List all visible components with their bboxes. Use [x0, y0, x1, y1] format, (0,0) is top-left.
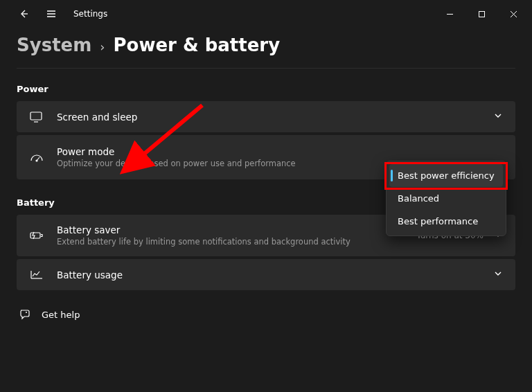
minimize-icon: [446, 10, 454, 18]
row-subtitle: Extend battery life by limiting some not…: [57, 237, 351, 247]
svg-rect-1: [30, 112, 42, 120]
svg-point-4: [26, 312, 27, 313]
chevron-down-icon: [493, 111, 503, 123]
get-help-link[interactable]: Get help: [17, 308, 515, 321]
chevron-down-icon: [493, 269, 503, 280]
dropdown-option-best-power-efficiency[interactable]: Best power efficiency: [389, 164, 503, 187]
chart-line-icon: [29, 270, 44, 280]
menu-button[interactable]: [39, 1, 64, 26]
dropdown-option-label: Balanced: [398, 193, 439, 204]
close-button[interactable]: [497, 0, 529, 28]
row-subtitle: Optimize your device based on power use …: [57, 159, 296, 168]
hamburger-icon: [46, 8, 57, 19]
svg-rect-0: [479, 11, 484, 17]
svg-point-2: [36, 160, 37, 161]
arrow-left-icon: [18, 8, 29, 19]
maximize-button[interactable]: [466, 0, 497, 28]
help-icon: [18, 308, 32, 321]
row-title: Screen and sleep: [57, 112, 137, 123]
dropdown-option-balanced[interactable]: Balanced: [389, 187, 503, 210]
row-title: Power mode: [57, 146, 296, 157]
window-controls: [434, 0, 529, 28]
monitor-icon: [29, 112, 44, 123]
maximize-icon: [478, 10, 486, 18]
power-mode-dropdown: Best power efficiency Balanced Best perf…: [386, 161, 506, 236]
dropdown-option-label: Best power efficiency: [398, 170, 495, 181]
gauge-icon: [29, 152, 44, 163]
breadcrumb-parent[interactable]: System: [17, 35, 91, 55]
row-title: Battery saver: [57, 224, 351, 235]
svg-rect-3: [30, 233, 40, 238]
row-title: Battery usage: [57, 269, 123, 280]
page-title: Power & battery: [114, 35, 281, 55]
close-icon: [510, 10, 517, 18]
window-title: Settings: [73, 9, 107, 19]
titlebar: Settings: [0, 0, 532, 28]
breadcrumb-separator: ›: [100, 39, 105, 54]
dropdown-option-best-performance[interactable]: Best performance: [389, 210, 503, 233]
breadcrumb: System › Power & battery: [17, 28, 515, 69]
back-button[interactable]: [11, 1, 36, 26]
section-header-power: Power: [17, 84, 515, 94]
row-battery-usage[interactable]: Battery usage: [17, 259, 515, 290]
battery-saver-icon: [29, 231, 44, 240]
minimize-button[interactable]: [434, 0, 466, 28]
titlebar-left: Settings: [3, 1, 107, 26]
dropdown-option-label: Best performance: [398, 216, 478, 226]
help-label: Get help: [42, 310, 80, 320]
row-screen-and-sleep[interactable]: Screen and sleep: [17, 101, 515, 132]
